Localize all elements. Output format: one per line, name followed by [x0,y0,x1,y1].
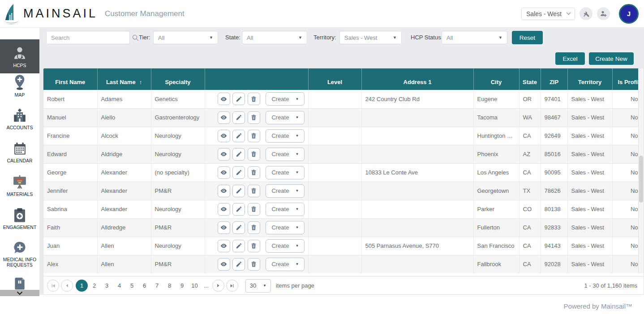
view-button[interactable] [218,130,230,142]
sidebar: HCPS MAP [0,28,39,296]
view-button[interactable] [218,93,230,105]
create-dropdown-button[interactable]: Create ▼ [266,239,305,253]
delete-button[interactable] [248,203,260,216]
reset-button[interactable]: Reset [512,31,543,44]
pager-prev-button[interactable] [61,280,73,292]
pager-page[interactable]: 2 [88,280,100,292]
create-dropdown-button[interactable]: Create ▼ [266,203,305,216]
pager-last-button[interactable] [226,280,238,292]
hcp-status-dropdown[interactable]: All ▼ [442,31,507,44]
cell-state: CA [519,218,541,237]
cell-actions: Create ▼ [205,145,308,163]
territory-dropdown[interactable]: Sales - West ▼ [339,31,402,44]
cell-last-name: Alexander [97,163,151,182]
territory-switcher-dropdown[interactable]: Sales - West [521,8,575,20]
delete-button[interactable] [248,240,260,252]
delete-button[interactable] [248,166,260,179]
pager-page[interactable]: 8 [163,280,176,292]
delete-button[interactable] [248,93,260,105]
pager-page[interactable]: 10 [189,280,201,292]
create-new-button[interactable]: Create New [589,52,634,65]
page-size-dropdown[interactable]: 30 ▼ [245,279,271,293]
edit-button[interactable] [232,203,245,216]
edit-button[interactable] [232,130,245,142]
column-header-is-profiled[interactable]: Is Profiled [612,68,639,90]
view-button[interactable] [218,166,230,179]
create-dropdown-button[interactable]: Create ▼ [266,166,305,179]
column-header-territory[interactable]: Territory [567,68,612,90]
column-header-address1[interactable]: Address 1 [361,68,473,90]
create-dropdown-button[interactable]: Create ▼ [266,221,305,234]
pager-page[interactable]: 7 [151,280,163,292]
edit-button[interactable] [232,258,245,271]
cell-actions: Create ▼ [205,200,308,218]
tier-dropdown[interactable]: All ▼ [153,31,218,44]
sidebar-item-engagement[interactable]: ENGAGEMENT [0,208,39,230]
delete-button[interactable] [248,258,260,271]
cell-zip: 94143 [541,237,567,255]
edit-button[interactable] [232,240,245,252]
state-dropdown[interactable]: All ▼ [242,31,307,44]
sidebar-item-calendar[interactable]: CALENDAR [0,141,39,163]
pager-page[interactable]: 6 [138,280,150,292]
view-button[interactable] [218,111,230,124]
column-header-last-name[interactable]: Last Name↑ [97,68,151,90]
vertical-scrollbar-thumb[interactable] [639,156,643,203]
create-dropdown-button[interactable]: Create ▼ [266,184,305,198]
pager-page[interactable]: 5 [126,280,138,292]
edit-button[interactable] [232,185,245,197]
delete-button[interactable] [248,111,260,124]
delete-button[interactable] [248,185,260,197]
excel-export-button[interactable]: Excel [555,52,585,65]
view-button[interactable] [218,148,230,161]
view-button[interactable] [218,221,230,234]
view-button[interactable] [218,240,230,252]
user-admin-button[interactable] [597,7,610,20]
sidebar-item-materials[interactable]: MATERIALS [0,174,39,197]
sidebar-item-accounts[interactable]: ACCOUNTS [0,108,39,130]
sidebar-item-map[interactable]: MAP [0,74,39,98]
pager-ellipsis[interactable]: ... [204,282,209,289]
column-header-zip[interactable]: ZIP [541,68,567,90]
delete-button[interactable] [248,221,260,234]
edit-button[interactable] [232,111,245,124]
cell-zip: 98467 [541,108,567,127]
edit-button[interactable] [232,221,245,234]
column-header-specialty[interactable]: Specialty [151,68,205,90]
create-dropdown-button[interactable]: Create ▼ [266,148,305,161]
sidebar-item-medical-info-requests[interactable]: MEDICAL INFO REQUESTS [0,241,39,267]
create-dropdown-button[interactable]: Create ▼ [266,92,305,106]
sidebar-item-hcps[interactable]: HCPS [0,39,39,73]
edit-button[interactable] [232,166,245,179]
column-header-first-name[interactable]: First Name [43,68,97,90]
create-dropdown-button[interactable]: Create ▼ [266,258,305,271]
cell-specialty: Gastroenterology [151,108,205,127]
vertical-scrollbar[interactable] [638,68,644,273]
tools-button[interactable] [580,7,592,20]
edit-button[interactable] [232,148,245,161]
pager-page[interactable]: 3 [101,280,113,292]
view-button[interactable] [218,203,230,216]
edit-button[interactable] [232,93,245,105]
delete-button[interactable] [248,148,260,161]
pager-first-button[interactable] [47,280,59,292]
trash-icon [250,261,257,267]
pager-next-button[interactable] [212,280,224,292]
view-button[interactable] [218,185,230,197]
column-header-state[interactable]: State [519,68,541,90]
create-dropdown-button[interactable]: Create ▼ [266,111,305,124]
create-dropdown-button[interactable]: Create ▼ [266,129,305,143]
pager-page[interactable]: 9 [176,280,188,292]
avatar[interactable]: J [619,4,639,24]
delete-button[interactable] [248,130,260,142]
table-header-row: First Name Last Name↑ Specialty Level Ad… [43,68,639,90]
pager-page[interactable]: 4 [113,280,125,292]
search-input[interactable] [47,31,132,44]
column-header-level[interactable]: Level [308,68,361,90]
view-button[interactable] [218,258,230,271]
sidebar-scroll-down[interactable] [0,290,39,296]
pager-page-current[interactable]: 1 [76,280,88,292]
cell-zip: 80138 [541,200,567,218]
sidebar-item-partial[interactable] [0,276,39,291]
column-header-city[interactable]: City [473,68,519,90]
